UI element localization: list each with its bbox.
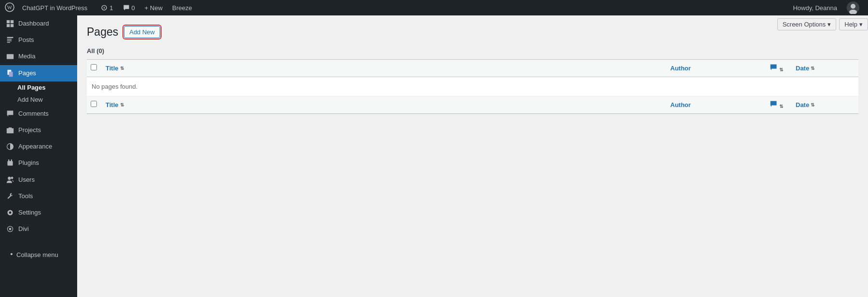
svg-point-23 bbox=[8, 176, 11, 179]
subsubsub-all[interactable]: All (0) bbox=[87, 47, 104, 54]
tfoot-author-label: Author bbox=[670, 101, 691, 108]
select-all-checkbox-bottom[interactable] bbox=[91, 101, 97, 107]
tools-icon bbox=[6, 192, 14, 201]
select-all-checkbox[interactable] bbox=[91, 64, 97, 70]
main-content: Pages Add New All (0) bbox=[77, 15, 868, 114]
tfoot-title-link[interactable]: Title ⇅ bbox=[106, 101, 124, 108]
th-comments[interactable]: ⇅ bbox=[762, 59, 791, 77]
tfoot-checkbox[interactable] bbox=[87, 96, 101, 113]
user-avatar[interactable] bbox=[843, 0, 863, 15]
add-new-button[interactable]: Add New bbox=[124, 26, 160, 38]
settings-label: Settings bbox=[18, 208, 41, 217]
breeze-item[interactable]: Breeze bbox=[168, 0, 196, 15]
sidebar-item-appearance[interactable]: Appearance bbox=[0, 138, 77, 155]
table-footer-row: Title ⇅ Author ⇅ bbox=[87, 96, 858, 113]
users-label: Users bbox=[18, 176, 35, 184]
sidebar-item-projects[interactable]: Projects bbox=[0, 122, 77, 138]
plugins-label: Plugins bbox=[18, 159, 39, 167]
comments-icon bbox=[6, 109, 14, 118]
users-icon bbox=[6, 176, 14, 184]
sort-comments-bottom-icon: ⇅ bbox=[779, 104, 783, 109]
pages-icon bbox=[6, 69, 14, 78]
submenu-all-pages[interactable]: All Pages bbox=[0, 81, 77, 94]
svg-rect-9 bbox=[7, 37, 14, 38]
sidebar-item-divi[interactable]: Divi bbox=[0, 221, 77, 237]
th-title-link[interactable]: Title ⇅ bbox=[106, 65, 124, 72]
sidebar-item-media[interactable]: Media bbox=[0, 48, 77, 65]
th-checkbox[interactable] bbox=[87, 59, 101, 77]
top-buttons: Screen Options ▾ Help ▾ bbox=[777, 15, 868, 33]
new-label: + New bbox=[145, 4, 163, 12]
svg-text:W: W bbox=[7, 4, 13, 10]
sidebar-item-plugins[interactable]: Plugins bbox=[0, 155, 77, 171]
howdy-label[interactable]: Howdy, Deanna bbox=[789, 4, 841, 12]
page-title: Pages bbox=[87, 25, 118, 40]
tfoot-comments[interactable]: ⇅ bbox=[762, 96, 791, 113]
svg-rect-10 bbox=[7, 39, 12, 40]
help-label: Help bbox=[844, 21, 857, 28]
th-author-label: Author bbox=[670, 65, 691, 72]
projects-icon bbox=[6, 126, 14, 135]
tools-label: Tools bbox=[18, 192, 33, 201]
comments-tfoot-icon bbox=[770, 100, 777, 108]
content-area: Screen Options ▾ Help ▾ Pages Add New Al… bbox=[77, 15, 868, 297]
screen-options-button[interactable]: Screen Options ▾ bbox=[777, 18, 837, 30]
site-name[interactable]: ChatGPT in WordPress bbox=[18, 4, 91, 12]
appearance-icon bbox=[6, 142, 14, 151]
sort-date-icon: ⇅ bbox=[811, 66, 814, 71]
subsubsub-all-label: All bbox=[87, 47, 95, 54]
sidebar-item-dashboard[interactable]: Dashboard bbox=[0, 15, 77, 32]
divi-icon bbox=[6, 225, 14, 233]
svg-point-27 bbox=[11, 253, 13, 255]
updates-item[interactable]: 1 bbox=[97, 0, 117, 15]
th-title-label: Title bbox=[106, 65, 119, 72]
sidebar-item-posts[interactable]: Posts bbox=[0, 32, 77, 48]
subsubsub-all-count: (0) bbox=[96, 47, 104, 54]
wp-logo[interactable]: W bbox=[5, 2, 14, 14]
th-date[interactable]: Date ⇅ bbox=[791, 59, 858, 77]
pages-label: Pages bbox=[18, 69, 36, 78]
tfoot-date-link[interactable]: Date ⇅ bbox=[796, 101, 814, 108]
svg-rect-5 bbox=[7, 20, 10, 23]
tfoot-title[interactable]: Title ⇅ bbox=[101, 96, 665, 113]
svg-point-24 bbox=[11, 176, 14, 179]
new-item[interactable]: + New bbox=[141, 0, 166, 15]
sidebar: Dashboard Posts Media Page bbox=[0, 15, 77, 297]
th-title[interactable]: Title ⇅ bbox=[101, 59, 665, 77]
svg-rect-22 bbox=[9, 163, 11, 165]
breeze-label: Breeze bbox=[172, 4, 192, 12]
appearance-label: Appearance bbox=[18, 142, 52, 151]
tfoot-date[interactable]: Date ⇅ bbox=[791, 96, 858, 113]
tfoot-date-label: Date bbox=[796, 101, 809, 108]
sidebar-item-users[interactable]: Users bbox=[0, 172, 77, 188]
subsubsub-all-link[interactable]: All (0) bbox=[87, 47, 104, 54]
submenu-add-new-label: Add New bbox=[17, 96, 43, 103]
comments-label: Comments bbox=[18, 109, 49, 118]
th-date-link[interactable]: Date ⇅ bbox=[796, 65, 814, 72]
svg-rect-13 bbox=[7, 54, 14, 59]
collapse-menu[interactable]: Collapse menu bbox=[0, 247, 77, 263]
divi-label: Divi bbox=[18, 225, 29, 233]
sidebar-item-pages[interactable]: Pages bbox=[0, 65, 77, 81]
pages-submenu: All Pages Add New bbox=[0, 81, 77, 106]
sort-title-bottom-icon: ⇅ bbox=[120, 102, 124, 108]
tfoot-author: Author bbox=[665, 96, 762, 113]
svg-rect-8 bbox=[11, 24, 14, 27]
svg-rect-7 bbox=[7, 24, 10, 27]
table-header-row: Title ⇅ Author ⇅ bbox=[87, 59, 858, 77]
collapse-label: Collapse menu bbox=[16, 251, 58, 258]
screen-options-label: Screen Options bbox=[783, 21, 826, 28]
sidebar-item-tools[interactable]: Tools bbox=[0, 188, 77, 204]
media-label: Media bbox=[18, 52, 35, 61]
th-date-label: Date bbox=[796, 65, 809, 72]
svg-rect-12 bbox=[7, 42, 10, 43]
screen-options-arrow-icon: ▾ bbox=[827, 21, 831, 28]
sidebar-item-settings[interactable]: Settings bbox=[0, 204, 77, 221]
sidebar-item-comments[interactable]: Comments bbox=[0, 106, 77, 122]
svg-rect-20 bbox=[11, 160, 12, 161]
site-name-label: ChatGPT in WordPress bbox=[22, 4, 87, 12]
comments-item[interactable]: 0 bbox=[119, 0, 139, 15]
help-button[interactable]: Help ▾ bbox=[839, 18, 868, 30]
submenu-add-new[interactable]: Add New bbox=[0, 94, 77, 106]
settings-icon bbox=[6, 208, 14, 217]
